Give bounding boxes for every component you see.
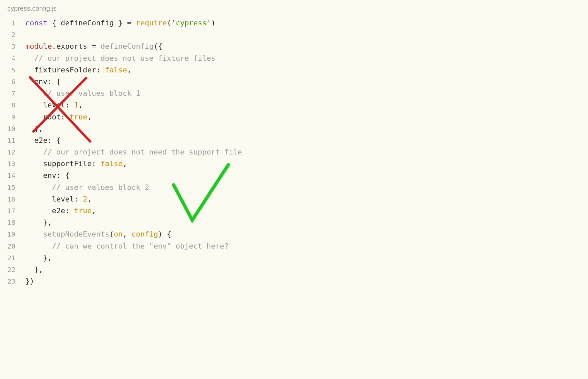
number-literal: 1 [74,101,78,109]
line-number: 14 [0,170,25,181]
number-literal: 2 [83,195,87,203]
param-on: on [114,230,123,238]
code-line: 20 // can we control the "env" object he… [0,240,588,252]
code-content: level: 1, [25,99,588,111]
fn-defineConfig: defineConfig [100,42,154,50]
code-line: 9 root: true, [0,111,588,123]
keyword-const: const [25,19,47,27]
code-line: 11 e2e: { [0,134,588,146]
code-block-container: cypress.config.js 1 const { defineConfig… [0,0,588,297]
code-line: 5 fixturesFolder: false, [0,64,588,76]
code-line: 22 }, [0,264,588,275]
bool-false: false [105,66,127,74]
code-block: 1 const { defineConfig } = require('cypr… [0,17,588,287]
code-content: level: 2, [25,193,588,205]
code-line: 2 [0,29,588,40]
code-line: 4 // our project does not use fixture fi… [0,52,588,64]
comment: // our project does not need the support… [43,148,242,156]
line-number: 11 [0,135,25,146]
line-number: 23 [0,276,25,287]
line-number: 17 [0,206,25,216]
code-content: // our project does not use fixture file… [25,52,588,64]
line-number: 16 [0,194,25,205]
code-line: 15 // user values block 2 [0,181,588,193]
code-line: 12 // our project does not need the supp… [0,146,588,158]
code-content: }, [25,217,588,228]
code-content: }) [25,275,588,287]
filename-label: cypress.config.js [0,3,588,17]
line-number: 4 [0,53,25,64]
code-line: 23 }) [0,275,588,287]
line-number: 6 [0,76,25,87]
code-line: 3 module.exports = defineConfig({ [0,40,588,52]
code-content: module.exports = defineConfig({ [25,40,588,52]
code-content: e2e: { [25,134,588,146]
code-line: 18 }, [0,217,588,228]
code-content: // can we control the "env" object here? [25,240,588,252]
line-number: 7 [0,88,25,99]
line-number: 19 [0,229,25,240]
code-content: env: { [25,169,588,181]
comment: // user values block 2 [52,183,149,192]
code-line: 16 level: 2, [0,193,588,205]
code-content: supportFile: false, [25,158,588,169]
code-content: const { defineConfig } = require('cypres… [25,17,588,29]
token-module: module [25,42,52,50]
code-content: e2e: true, [25,205,588,217]
code-line: 17 e2e: true, [0,205,588,217]
line-number: 8 [0,100,25,110]
code-content: // our project does not need the support… [25,146,588,158]
line-number: 9 [0,112,25,122]
line-number: 3 [0,41,25,52]
line-number: 15 [0,182,25,193]
code-line: 10 }, [0,123,588,134]
line-number: 20 [0,241,25,252]
code-content: }, [25,264,588,275]
line-number: 5 [0,65,25,75]
code-line: 1 const { defineConfig } = require('cypr… [0,17,588,29]
code-content: }, [25,252,588,264]
line-number: 1 [0,18,25,28]
fn-setupNodeEvents: setupNodeEvents [43,230,109,238]
fn-require: require [136,19,167,27]
code-content [25,29,588,40]
code-line: 21 }, [0,252,588,264]
line-number: 12 [0,147,25,157]
code-line: 6 env: { [0,76,588,87]
bool-false: false [100,159,122,168]
bool-true: true [74,207,92,215]
code-content: // user values block 1 [25,87,588,99]
line-number: 18 [0,217,25,228]
line-number: 22 [0,264,25,275]
code-content: root: true, [25,111,588,123]
code-line: 7 // user values block 1 [0,87,588,99]
comment: // our project does not use fixture file… [34,54,216,62]
line-number: 2 [0,29,25,40]
code-line: 8 level: 1, [0,99,588,111]
line-number: 10 [0,123,25,134]
comment: // user values block 1 [43,89,140,97]
line-number: 13 [0,158,25,169]
code-content: // user values block 2 [25,181,588,193]
param-config: config [131,230,158,238]
code-content: fixturesFolder: false, [25,64,588,76]
bool-true: true [69,113,87,121]
code-content: }, [25,123,588,134]
code-line: 13 supportFile: false, [0,158,588,169]
comment: // can we control the "env" object here? [52,242,229,250]
line-number: 21 [0,253,25,263]
code-line: 19 setupNodeEvents(on, config) { [0,228,588,240]
code-content: setupNodeEvents(on, config) { [25,228,588,240]
code-content: env: { [25,76,588,87]
string-literal: 'cypress' [171,19,211,27]
code-line: 14 env: { [0,169,588,181]
